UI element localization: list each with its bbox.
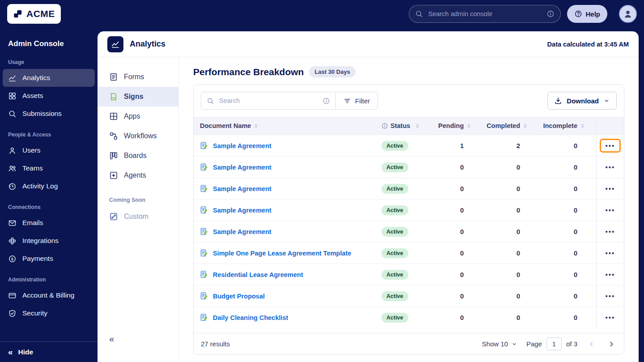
flow-icon bbox=[109, 132, 118, 141]
row-actions-button[interactable]: ••• bbox=[602, 291, 619, 301]
table-search[interactable] bbox=[201, 92, 336, 110]
nav-item-custom[interactable]: Custom bbox=[97, 207, 178, 226]
row-actions-button[interactable]: ••• bbox=[602, 141, 619, 150]
document-name-link[interactable]: Sample Agreement bbox=[213, 164, 271, 171]
info-icon[interactable] bbox=[381, 123, 388, 129]
row-actions-button[interactable]: ••• bbox=[602, 270, 619, 279]
document-name-link[interactable]: Budget Proposal bbox=[213, 293, 265, 300]
row-actions-button[interactable]: ••• bbox=[602, 205, 619, 215]
performance-card: Filter Download bbox=[193, 84, 624, 355]
completed-value: 0 bbox=[483, 314, 539, 321]
column-header-completed[interactable]: Completed bbox=[483, 117, 539, 135]
page-label: Page bbox=[526, 340, 542, 348]
sidebar-item-emails[interactable]: Emails bbox=[3, 214, 95, 232]
table-header-row: Document Name Status Pending bbox=[194, 117, 624, 135]
actions-cell: ••• bbox=[596, 200, 624, 221]
nav-item-label: Boards bbox=[124, 152, 147, 160]
document-name-link[interactable]: Residential Lease Agreement bbox=[213, 271, 303, 278]
data-calculated-text: Data calculated at 3:45 AM bbox=[547, 41, 629, 48]
column-label: Incomplete bbox=[543, 122, 577, 129]
column-label: Status bbox=[390, 122, 410, 129]
sidebar-section-label: Administration bbox=[0, 268, 97, 286]
row-actions-button[interactable]: ••• bbox=[602, 248, 619, 258]
sidebar-section-label: Connections bbox=[0, 195, 97, 214]
acme-logo[interactable]: ACME bbox=[7, 4, 61, 24]
incomplete-value: 0 bbox=[539, 228, 596, 235]
actions-cell: ••• bbox=[596, 264, 624, 285]
nav-item-label: Custom bbox=[124, 213, 148, 221]
nav-item-apps[interactable]: Apps bbox=[97, 106, 178, 126]
next-page-button[interactable] bbox=[606, 339, 617, 349]
row-actions-button[interactable]: ••• bbox=[602, 184, 619, 193]
help-button[interactable]: Help bbox=[567, 5, 607, 23]
avatar[interactable] bbox=[619, 5, 637, 23]
sidebar-item-users[interactable]: Users bbox=[3, 141, 95, 159]
actions-cell: ••• bbox=[596, 307, 624, 328]
column-header-document-name[interactable]: Document Name bbox=[194, 117, 381, 135]
sort-icon[interactable] bbox=[580, 123, 585, 129]
sidebar-item-label: Integrations bbox=[22, 237, 59, 245]
incomplete-value: 0 bbox=[539, 185, 596, 192]
nav-item-boards[interactable]: Boards bbox=[97, 146, 178, 166]
info-icon[interactable] bbox=[322, 97, 330, 105]
page-number-input[interactable] bbox=[547, 337, 562, 350]
sidebar-item-submissions[interactable]: Submissions bbox=[3, 105, 95, 123]
document-name-link[interactable]: Sample Agreement bbox=[213, 185, 271, 192]
custom-icon bbox=[109, 212, 118, 221]
table-search-input[interactable] bbox=[218, 97, 318, 105]
page-size-dropdown[interactable]: Show 10 bbox=[482, 340, 517, 348]
status-cell: Active bbox=[381, 162, 440, 172]
hide-sidebar-button[interactable]: « Hide bbox=[0, 341, 97, 362]
table-toolbar: Filter Download bbox=[194, 85, 624, 117]
column-header-pending[interactable]: Pending bbox=[440, 117, 483, 135]
sort-icon[interactable] bbox=[415, 123, 420, 129]
status-cell: Active bbox=[381, 313, 440, 323]
row-actions-button[interactable]: ••• bbox=[602, 313, 619, 322]
admin-search-input[interactable] bbox=[427, 10, 542, 18]
users-icon bbox=[8, 164, 17, 173]
download-button[interactable]: Download bbox=[547, 92, 617, 110]
content-area: Performance Breakdown Last 30 Days bbox=[179, 57, 639, 362]
sidebar-item-activity-log[interactable]: Activity Log bbox=[3, 177, 95, 195]
document-name-link[interactable]: Sample Agreement bbox=[213, 207, 271, 214]
column-header-status[interactable]: Status bbox=[381, 117, 440, 135]
nav-item-signs[interactable]: Signs bbox=[97, 87, 178, 106]
sign-icon bbox=[109, 92, 118, 101]
acme-logo-text: ACME bbox=[26, 9, 55, 19]
admin-search[interactable] bbox=[409, 5, 561, 23]
nav-item-workflows[interactable]: Workflows bbox=[97, 126, 178, 146]
panel-header: Analytics Data calculated at 3:45 AM bbox=[97, 31, 639, 57]
nav-item-forms[interactable]: Forms bbox=[97, 67, 178, 87]
document-name-link[interactable]: Simple One Page Lease Agreement Template bbox=[213, 250, 351, 257]
sort-icon[interactable] bbox=[466, 123, 472, 129]
nav-item-agents[interactable]: Agents bbox=[97, 166, 178, 185]
document-name-cell: Sample Agreement bbox=[194, 227, 381, 236]
status-badge: Active bbox=[381, 313, 408, 323]
sidebar-item-teams[interactable]: Teams bbox=[3, 159, 95, 177]
sidebar-item-label: Analytics bbox=[22, 74, 50, 82]
sidebar-item-integrations[interactable]: Integrations bbox=[3, 232, 95, 250]
table-row: Daily Cleaning ChecklistActive000••• bbox=[194, 307, 624, 328]
filter-button[interactable]: Filter bbox=[336, 92, 378, 110]
sort-icon[interactable] bbox=[253, 123, 259, 129]
sidebar-item-analytics[interactable]: Analytics bbox=[3, 69, 95, 87]
previous-page-button[interactable] bbox=[586, 339, 597, 349]
row-actions-button[interactable]: ••• bbox=[602, 162, 619, 172]
document-name-link[interactable]: Sample Agreement bbox=[213, 142, 271, 149]
table: Document Name Status Pending bbox=[194, 117, 624, 333]
help-label: Help bbox=[585, 10, 600, 18]
info-icon[interactable] bbox=[547, 10, 555, 18]
sidebar-item-account-billing[interactable]: Account & Billing bbox=[3, 286, 95, 304]
results-count: 27 results bbox=[201, 340, 230, 348]
row-actions-button[interactable]: ••• bbox=[602, 227, 619, 236]
collapse-nav-button[interactable]: « bbox=[97, 330, 178, 362]
pending-value: 0 bbox=[440, 206, 483, 214]
search-icon bbox=[8, 110, 17, 118]
sidebar-item-payments[interactable]: $Payments bbox=[3, 250, 95, 268]
column-header-incomplete[interactable]: Incomplete bbox=[539, 117, 596, 135]
document-name-link[interactable]: Daily Cleaning Checklist bbox=[213, 314, 288, 321]
sort-icon[interactable] bbox=[522, 123, 528, 129]
sidebar-item-security[interactable]: Security bbox=[3, 304, 95, 322]
document-name-link[interactable]: Sample Agreement bbox=[213, 228, 271, 235]
sidebar-item-assets[interactable]: Assets bbox=[3, 87, 95, 105]
